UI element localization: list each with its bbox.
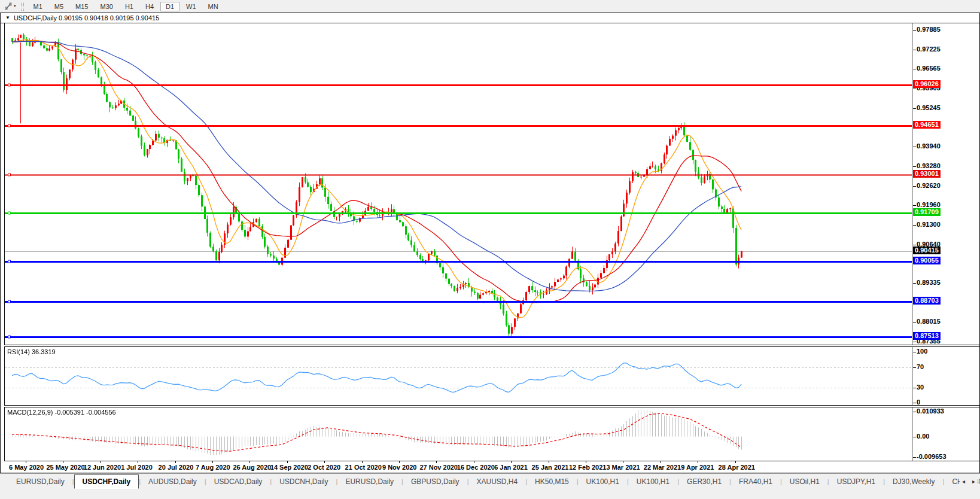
rsi-axis: 10070300: [912, 347, 979, 405]
date-label: 16 Dec 2020: [457, 464, 495, 471]
chart-tabs: EURUSD,Daily|USDCHF,Daily|AUDUSD,Daily|U…: [8, 474, 980, 489]
chart-tab-dj30-weekly[interactable]: DJ30,Weekly: [885, 474, 942, 489]
date-label: 14 Sep 2020: [270, 464, 308, 471]
tab-scroll-buttons: ◂ ▸: [960, 474, 978, 489]
date-tick: [101, 461, 101, 463]
date-tick: [287, 461, 288, 463]
chart-window: ▼ USDCHF,Daily 0.90195 0.90418 0.90195 0…: [0, 13, 980, 473]
date-label: 3 Mar 2021: [606, 464, 640, 471]
price-tick-label: 0.91960: [917, 201, 941, 208]
date-tick: [249, 461, 250, 463]
chart-tab-usoil-h1[interactable]: USOil,H1: [782, 474, 827, 489]
chart-tab-ger30-h1[interactable]: GER30,H1: [679, 474, 729, 489]
rsi-canvas[interactable]: [5, 347, 912, 405]
timeframe-m1[interactable]: M1: [28, 2, 48, 11]
date-tick: [511, 461, 512, 463]
macd-pane: MACD(12,26,9) -0.005391 -0.004556 0.0109…: [1, 407, 979, 461]
chart-tab-usdcnh-daily[interactable]: USDCNH,Daily: [272, 474, 336, 489]
date-label: 26 Aug 2020: [233, 464, 271, 471]
date-tick: [362, 461, 363, 463]
date-label: 6 May 2020: [9, 464, 44, 471]
price-flag-label: 0.93001: [913, 170, 941, 178]
date-tick: [63, 461, 63, 463]
price-flag-label: 0.91709: [913, 208, 941, 216]
price-tick-label: 0.91300: [917, 221, 941, 228]
chart-tab-usdchf-daily[interactable]: USDCHF,Daily: [74, 474, 139, 489]
toolbar: ▾ M1M5M15M30H1H4D1W1MN: [0, 0, 980, 13]
chart-tab-uk100-h1[interactable]: UK100,H1: [629, 474, 677, 489]
dropdown-caret-icon: ▾: [14, 4, 16, 8]
chart-tools-icon[interactable]: ▾: [2, 2, 19, 11]
timeframe-m5[interactable]: M5: [49, 2, 69, 11]
chart-tab-gbpusd-daily[interactable]: GBPUSD,Daily: [403, 474, 467, 489]
price-tick-label: 0.96565: [917, 65, 941, 72]
chart-tab-bar: EURUSD,Daily|USDCHF,Daily|AUDUSD,Daily|U…: [0, 473, 980, 489]
macd-tick-label: -0.009653: [917, 453, 946, 460]
price-tick-label: 0.93940: [917, 142, 941, 150]
timeframe-h1[interactable]: H1: [120, 2, 139, 11]
chart-tab-usdjpy-h1[interactable]: USDJPY,H1: [829, 474, 883, 489]
price-tick-label: 0.97885: [917, 26, 941, 33]
date-tick: [436, 461, 437, 463]
price-chart-canvas[interactable]: [5, 23, 912, 345]
tabs-scroll-right-icon[interactable]: ▸: [972, 478, 975, 485]
chart-tab-usdcad-daily[interactable]: USDCAD,Daily: [206, 474, 270, 489]
timeframe-w1[interactable]: W1: [181, 2, 202, 11]
rsi-label: RSI(14) 36.3319: [7, 348, 56, 355]
date-tick: [735, 461, 736, 463]
rsi-pane: RSI(14) 36.3319 10070300: [1, 347, 979, 405]
date-label: 9 Apr 2021: [681, 464, 714, 471]
price-pane: 0.978850.972250.965650.959050.952450.939…: [1, 23, 979, 345]
date-label: 2 Oct 2020: [308, 464, 340, 471]
date-tick: [698, 461, 698, 463]
tabs-scroll-left-icon[interactable]: ◂: [962, 478, 965, 485]
timeframe-h4[interactable]: H4: [140, 2, 159, 11]
price-flag-label: 0.94651: [913, 121, 941, 129]
chart-tab-xauusd-h4[interactable]: XAUUSD,H4: [468, 474, 525, 489]
macd-plot: MACD(12,26,9) -0.005391 -0.004556: [4, 407, 912, 461]
macd-axis: 0.0109330.00-0.009653: [912, 407, 979, 461]
macd-canvas[interactable]: [5, 407, 912, 461]
chart-tab-audusd-daily[interactable]: AUDUSD,Daily: [141, 474, 205, 489]
rsi-tick-label: 70: [917, 363, 924, 370]
date-label: 28 Apr 2021: [719, 464, 755, 471]
toolbar-grip[interactable]: [21, 2, 24, 11]
timeframe-d1[interactable]: D1: [160, 2, 179, 11]
chart-tab-uk100-h1[interactable]: UK100,H1: [579, 474, 627, 489]
date-tick: [661, 461, 661, 463]
date-label: 20 Jul 2020: [159, 464, 194, 471]
date-tick: [212, 461, 213, 463]
price-flag-label: 0.90055: [913, 257, 941, 264]
date-tick: [549, 461, 549, 463]
rsi-plot: RSI(14) 36.3319: [4, 347, 912, 405]
chart-tab-eurusd-daily[interactable]: EURUSD,Daily: [8, 474, 72, 489]
date-tick: [623, 461, 623, 463]
chart-tab-eurusd-daily[interactable]: EURUSD,Daily: [337, 474, 401, 489]
date-label: 25 May 2020: [46, 464, 84, 471]
rsi-tick-label: 0: [917, 398, 920, 406]
price-tick-label: 0.92620: [917, 182, 941, 189]
timeframe-m30[interactable]: M30: [95, 2, 118, 11]
date-tick: [324, 461, 325, 463]
price-plot: [4, 23, 912, 345]
date-tick: [474, 461, 474, 463]
timeframe-m15[interactable]: M15: [70, 2, 93, 11]
date-axis: 6 May 202025 May 202012 Jun 20201 Jul 20…: [4, 461, 979, 473]
chart-tab-hk50-m15[interactable]: HK50,M15: [527, 474, 577, 489]
date-label: 12 Feb 2021: [569, 464, 606, 471]
date-label: 7 Aug 2020: [196, 464, 230, 471]
timeframe-buttons: M1M5M15M30H1H4D1W1MN: [28, 1, 224, 11]
date-label: 25 Jan 2021: [532, 464, 569, 471]
chart-tab-fra40-h1[interactable]: FRA40,H1: [731, 474, 780, 489]
price-axis: 0.978850.972250.965650.959050.952450.939…: [912, 23, 979, 345]
date-label: 21 Oct 2020: [345, 464, 382, 471]
macd-label: MACD(12,26,9) -0.005391 -0.004556: [7, 409, 116, 416]
date-label: 6 Jan 2021: [494, 464, 528, 471]
price-tick-label: 0.93280: [917, 162, 941, 169]
price-flag-label: 0.87513: [913, 332, 941, 340]
date-tick: [26, 461, 26, 463]
collapse-icon[interactable]: ▼: [5, 16, 10, 20]
price-tick-label: 0.97225: [917, 45, 941, 53]
timeframe-mn[interactable]: MN: [203, 2, 224, 11]
price-tick-label: 0.95245: [917, 104, 941, 111]
